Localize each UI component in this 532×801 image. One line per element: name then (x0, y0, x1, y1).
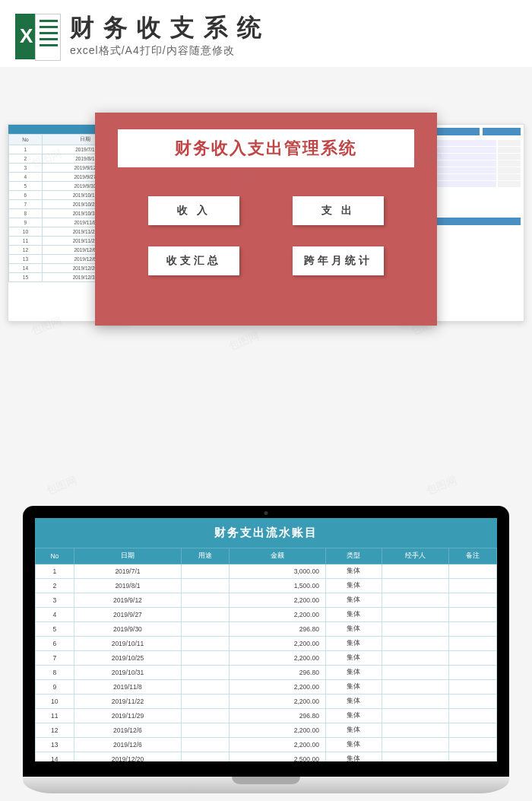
preview-area: No 日期 12019/7/122019/8/132019/9/1242019/… (0, 94, 532, 337)
main-red-card: 财务收入支出管理系统 收 入 支 出 收支汇总 跨年月统计 (95, 113, 437, 326)
column-header: 日期 (74, 548, 182, 564)
cross-year-button[interactable]: 跨年月统计 (293, 246, 384, 275)
ledger-table: No日期用途金额类型经手人备注 12019/7/13,000.00集体22019… (35, 548, 497, 761)
laptop-zone: 财务支出流水账目 No日期用途金额类型经手人备注 12019/7/13,000.… (0, 466, 532, 793)
table-row: 142019/12/202,500.00集体 (36, 752, 497, 762)
table-row: 22019/8/11,500.00集体 (36, 579, 497, 593)
ledger-title: 财务支出流水账目 (35, 518, 497, 548)
table-row: 42019/9/272,200.00集体 (36, 608, 497, 622)
year-band (483, 128, 521, 135)
table-row: 82019/10/31296.80集体 (36, 666, 497, 680)
table-row: 122019/12/62,200.00集体 (36, 723, 497, 738)
page-subtitle: excel格式/A4打印/内容随意修改 (70, 44, 517, 58)
column-header: 经手人 (382, 548, 448, 564)
table-row: 102019/11/222,200.00集体 (36, 695, 497, 709)
laptop-base (23, 777, 509, 793)
expense-button[interactable]: 支 出 (293, 196, 384, 225)
header: X 财务收支系统 excel格式/A4打印/内容随意修改 (0, 0, 532, 67)
table-row: 132019/12/62,200.00集体 (36, 738, 497, 752)
table-row: 112019/11/29296.80集体 (36, 709, 497, 723)
system-title: 财务收入支出管理系统 (118, 129, 414, 167)
column-header: 类型 (325, 548, 382, 564)
laptop-screen: 财务支出流水账目 No日期用途金额类型经手人备注 12019/7/13,000.… (35, 518, 497, 761)
summary-button[interactable]: 收支汇总 (148, 246, 239, 275)
laptop-frame: 财务支出流水账目 No日期用途金额类型经手人备注 12019/7/13,000.… (23, 506, 509, 793)
column-header: No (36, 548, 74, 564)
table-row: 62019/10/112,200.00集体 (36, 637, 497, 651)
table-row: 32019/9/122,200.00集体 (36, 593, 497, 608)
income-button[interactable]: 收 入 (148, 196, 239, 225)
column-header: 金额 (230, 548, 326, 564)
column-header: 用途 (182, 548, 230, 564)
title-block: 财务收支系统 excel格式/A4打印/内容随意修改 (70, 15, 517, 58)
table-row: 92019/11/82,200.00集体 (36, 680, 497, 695)
table-row: 72019/10/252,200.00集体 (36, 651, 497, 666)
excel-icon: X (15, 14, 61, 59)
table-row: 12019/7/13,000.00集体 (36, 564, 497, 579)
table-row: 52019/9/30296.80集体 (36, 622, 497, 637)
column-header: 备注 (448, 548, 496, 564)
page-title: 财务收支系统 (70, 15, 517, 40)
